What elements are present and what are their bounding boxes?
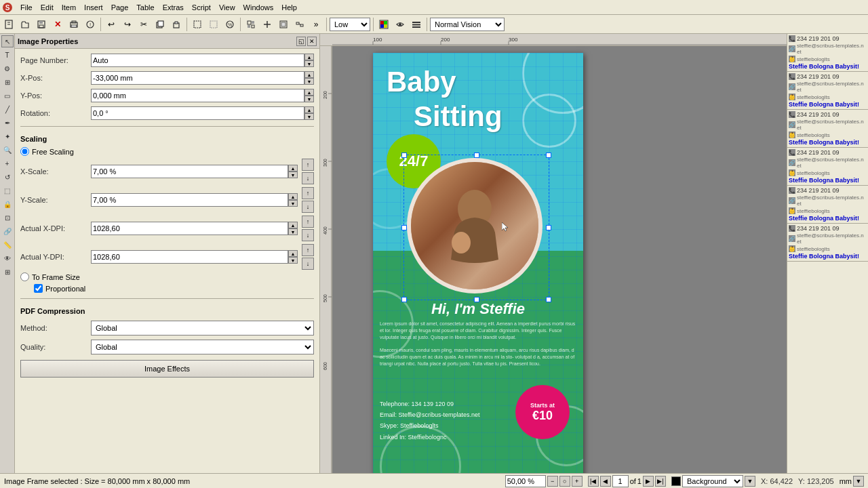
menu-page[interactable]: Page <box>107 2 133 13</box>
vision-select[interactable]: Normal Vision <box>430 18 505 31</box>
ypos-down[interactable]: ▼ <box>304 96 314 102</box>
snap-button[interactable] <box>260 17 275 32</box>
image-effects-button[interactable]: Image Effects <box>20 360 314 378</box>
unit-expand-button[interactable]: ▼ <box>853 476 864 487</box>
add-tool[interactable]: + <box>1 157 14 169</box>
select-tool[interactable]: ↖ <box>1 35 14 47</box>
menu-extras[interactable]: Extras <box>159 2 188 13</box>
undo-button[interactable]: ↩ <box>104 17 119 32</box>
actual-ydpi-up[interactable]: ▲ <box>288 250 298 257</box>
yscale-up[interactable]: ▲ <box>288 193 298 200</box>
pen-tool[interactable]: ✒ <box>1 117 14 129</box>
props-close-button[interactable]: ✕ <box>307 37 317 46</box>
document-canvas[interactable]: Baby Sitting 24/7 <box>373 53 583 473</box>
preflight-button[interactable]: ! <box>83 17 98 32</box>
menu-help[interactable]: Help <box>277 2 301 13</box>
page-number-down[interactable]: ▼ <box>304 60 314 67</box>
next-page-button[interactable]: ▶ <box>643 476 654 487</box>
yscale-down[interactable]: ▼ <box>288 200 298 207</box>
yscale-side-up[interactable]: ↑ <box>302 187 314 199</box>
properties-button[interactable] <box>409 17 424 32</box>
save-button[interactable] <box>34 17 49 32</box>
menu-edit[interactable]: Edit <box>37 2 58 13</box>
menu-script[interactable]: Script <box>188 2 215 13</box>
select-all-button[interactable] <box>190 17 205 32</box>
zoom-original-button[interactable]: ○ <box>559 476 570 487</box>
xpos-input[interactable] <box>91 71 304 85</box>
page-number-up[interactable]: ▲ <box>304 54 314 60</box>
cut-button[interactable]: ✂ <box>136 17 151 32</box>
menu-insert[interactable]: Insert <box>80 2 107 13</box>
frame-tool[interactable]: ⬚ <box>1 184 14 197</box>
xscale-side-up[interactable]: ↑ <box>302 159 314 171</box>
sel-handle-tc[interactable] <box>474 152 479 158</box>
close-button[interactable]: ✕ <box>50 17 65 32</box>
eyedropper-tool[interactable]: ✦ <box>1 130 14 142</box>
sel-handle-tr[interactable] <box>546 152 551 158</box>
photo-frame[interactable] <box>407 158 542 293</box>
table-tool[interactable]: ⊞ <box>1 76 14 88</box>
xpos-up[interactable]: ▲ <box>304 71 314 78</box>
expand-button[interactable]: » <box>309 17 323 32</box>
shape-tool[interactable]: ▭ <box>1 89 14 102</box>
actual-xdpi-down[interactable]: ▼ <box>288 228 298 235</box>
xscale-input[interactable] <box>91 165 288 178</box>
grid-tool[interactable]: ⊞ <box>1 266 14 278</box>
actual-xdpi-input[interactable] <box>91 222 288 235</box>
fit-button[interactable] <box>243 17 258 32</box>
yscale-input[interactable] <box>91 193 288 207</box>
rotation-down[interactable]: ▼ <box>304 113 314 120</box>
zoom-out-minus-button[interactable]: − <box>547 476 558 487</box>
proportional-checkbox[interactable] <box>34 284 43 293</box>
menu-item[interactable]: Item <box>58 2 80 13</box>
link-tool[interactable]: 🔗 <box>1 225 14 237</box>
free-scaling-radio[interactable] <box>20 147 29 156</box>
zoom-input[interactable] <box>505 475 546 487</box>
xpos-down[interactable]: ▼ <box>304 78 314 85</box>
to-frame-radio[interactable] <box>20 272 29 281</box>
layers-tool[interactable]: ⊡ <box>1 211 14 224</box>
rotation-up[interactable]: ▲ <box>304 106 314 113</box>
prev-page-button[interactable]: ◀ <box>600 476 611 487</box>
link-text-button[interactable] <box>292 17 307 32</box>
actual-ydpi-input[interactable] <box>91 250 288 264</box>
ypos-up[interactable]: ▲ <box>304 89 314 96</box>
zoom-select[interactable]: Low <box>330 18 370 31</box>
paste-button[interactable] <box>169 17 184 32</box>
xscale-up[interactable]: ▲ <box>288 165 298 171</box>
actual-ydpi-down[interactable]: ▼ <box>288 257 298 264</box>
new-button[interactable] <box>1 17 16 32</box>
measure-tool[interactable]: 📏 <box>1 239 14 251</box>
sel-handle-mr[interactable] <box>546 225 551 230</box>
props-float-button[interactable]: ◱ <box>296 37 306 46</box>
menu-windows[interactable]: Windows <box>239 2 278 13</box>
last-page-button[interactable]: ▶| <box>655 476 666 487</box>
rotate-tool[interactable]: ↺ <box>1 171 14 183</box>
xscale-down[interactable]: ▼ <box>288 171 298 178</box>
method-select[interactable]: Global <box>91 321 314 336</box>
layer-expand-button[interactable]: ▼ <box>745 476 755 487</box>
frame-snap-button[interactable] <box>276 17 291 32</box>
xdpi-side-down[interactable]: ↓ <box>302 229 314 241</box>
actual-xdpi-up[interactable]: ▲ <box>288 222 298 228</box>
copy-button[interactable] <box>153 17 167 32</box>
settings-tool[interactable]: ⚙ <box>1 62 14 75</box>
menu-file[interactable]: File <box>16 2 37 13</box>
zoom-tool[interactable]: 🔍 <box>1 144 14 156</box>
ypos-input[interactable] <box>91 89 304 102</box>
quality-select[interactable]: Global <box>91 340 314 354</box>
lock-tool[interactable]: 🔒 <box>1 198 14 210</box>
text-tool[interactable]: T <box>1 49 14 61</box>
eye-tool[interactable]: 👁 <box>1 252 14 264</box>
ydpi-side-up[interactable]: ↑ <box>302 244 314 256</box>
line-tool[interactable]: ╱ <box>1 103 14 115</box>
menu-view[interactable]: View <box>215 2 239 13</box>
color-picker-button[interactable] <box>376 17 391 32</box>
menu-table[interactable]: Table <box>132 2 158 13</box>
preview-button[interactable] <box>393 17 408 32</box>
ydpi-side-down[interactable]: ↓ <box>302 258 314 270</box>
zoom-in-plus-button[interactable]: + <box>572 476 583 487</box>
hyphenation-button[interactable]: % <box>222 17 237 32</box>
rotation-input[interactable] <box>91 106 304 120</box>
first-page-button[interactable]: |◀ <box>588 476 599 487</box>
